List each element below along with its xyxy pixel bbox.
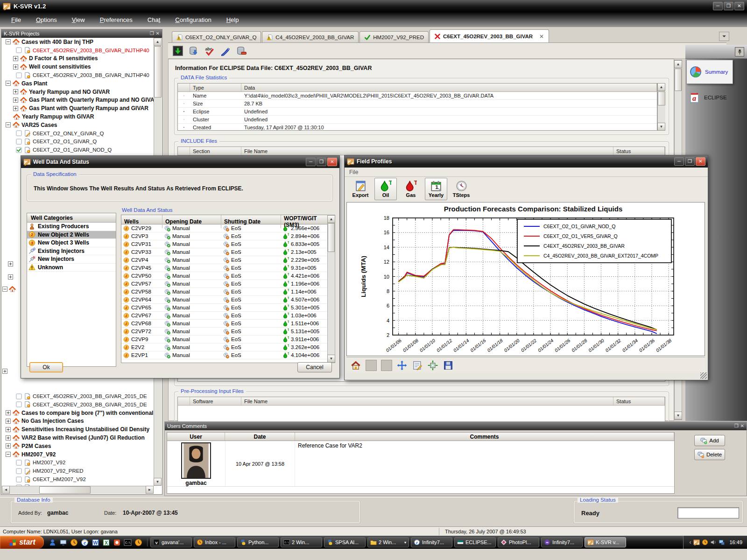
tray-ksvr-icon[interactable]	[693, 539, 700, 546]
tab-C6EXT_45O2REV_2003_BB_GIVAR[interactable]: C6EXT_45O2REV_2003_BB_GIVAR	[430, 29, 549, 42]
well-row[interactable]: 2C2VP9ManualEoST3.911e+006	[121, 336, 334, 343]
stats-scrollbar[interactable]: ▲ ▼	[657, 83, 665, 131]
profiles-file-menu[interactable]: File	[349, 169, 358, 175]
expander-plus-icon[interactable]	[13, 64, 18, 70]
taskbar-button-gavana'...[interactable]: Vgavana'...	[150, 537, 192, 547]
menu-help[interactable]: Help	[220, 15, 246, 25]
dock-eclipse-button[interactable]: a ECLIPSE	[688, 91, 727, 104]
well-row[interactable]: 2C2VP64ManualEoST4.507e+006	[121, 296, 334, 304]
taskbar-button-Infinity7...[interactable]: ∞Infinity7...	[541, 537, 583, 547]
expander-minus-icon[interactable]	[6, 81, 11, 86]
tree-item[interactable]: No Gas Injection Cases	[2, 417, 154, 426]
tab-HM2007_V92_PRED[interactable]: HM2007_V92_PRED	[359, 31, 429, 42]
stats-row[interactable]: CreatedTuesday, 17 April 2007 @ 11:30:10	[178, 124, 657, 131]
tree-item[interactable]: Sensitivities Increasing Unstabilised Oi…	[2, 425, 154, 434]
checkbox-unchecked[interactable]	[16, 468, 22, 474]
edit-button[interactable]	[219, 45, 232, 57]
expander-plus-icon[interactable]	[6, 427, 11, 432]
blank-button[interactable]	[366, 360, 377, 371]
tree-item[interactable]: Gas Plant with Quarterly Rampup and NO G…	[2, 96, 154, 105]
chart-save-small-button[interactable]	[443, 360, 454, 371]
profiles-gas-button[interactable]: TGas	[400, 178, 422, 200]
close-tab-icon[interactable]	[539, 34, 544, 39]
profiles-tsteps-button[interactable]: TSteps	[450, 178, 472, 200]
close-panel-icon[interactable]: ✕	[156, 31, 160, 36]
tree-horizontal-scrollbar[interactable]: ◄ ►	[2, 486, 154, 494]
tree-item[interactable]: C6EXT_O2_O1_GIVAR_NOD_Q	[2, 146, 154, 154]
expander-minus-icon[interactable]	[6, 122, 11, 127]
profiles-oil-button[interactable]: TOil	[374, 178, 397, 200]
taskbar-button-PhotoPl...[interactable]: PhotoPl...	[498, 537, 539, 547]
tree-item[interactable]: C6EXT_O2_ONLY_GIVAR_Q	[2, 129, 154, 138]
category-New Object 3 Wells[interactable]: 3New Object 3 Wells	[27, 239, 116, 247]
tree-item[interactable]: C6EXT_45O2REV_2003_BB_GIVAR_INJTHP40	[2, 46, 154, 55]
validate-button[interactable]: abc	[204, 45, 216, 57]
tree-item[interactable]: D Factor & PI sensitivities	[2, 55, 154, 63]
well-row[interactable]: 2C2VP68ManualEoST1.511e+006	[121, 320, 334, 328]
tree-item[interactable]: C6EXT_45O2REV_2003_BB_GIVAR_INJTHP40	[2, 71, 154, 79]
tree-item[interactable]: C6EXT_45O2REV_2003_BB_GIVAR_2015_DE	[2, 400, 154, 409]
well-row[interactable]: 2C2VP67ManualEoST1.03e+006	[121, 312, 334, 320]
well-row[interactable]: 2C2VP29ManualEoST2.566e+006	[121, 224, 334, 232]
expander-plus-icon[interactable]	[13, 56, 18, 61]
tree-item[interactable]: Well count sensitivities	[2, 63, 154, 71]
app-minimize-button[interactable]: ─	[713, 2, 723, 10]
app-close-button[interactable]: ✕	[734, 2, 744, 10]
tree-item[interactable]: HM2007_V92	[2, 459, 154, 467]
stats-row[interactable]: Size28.7 KB	[178, 100, 657, 108]
stats-row[interactable]: ClusterUndefined	[178, 116, 657, 124]
pin-panel-button[interactable]	[735, 47, 744, 56]
category-Existing Producers[interactable]: Existing Producers	[27, 223, 116, 231]
well-row[interactable]: 2C2VP72ManualEoST5.131e+005	[121, 328, 334, 336]
expander-plus-icon[interactable]	[6, 410, 11, 415]
tree-item[interactable]: Yearly Rampup with GIVAR	[2, 112, 154, 121]
taskbar-button-2 Win...[interactable]: 2 Win...▾	[367, 537, 409, 547]
chart-home-button[interactable]	[350, 360, 361, 371]
checkbox-unchecked[interactable]	[16, 401, 22, 407]
tree-item[interactable]: HM2007_V92_PRED	[2, 467, 154, 475]
tray-timer-icon[interactable]	[702, 539, 708, 546]
expander-plus-icon[interactable]	[6, 419, 11, 424]
checkbox-unchecked[interactable]	[16, 393, 22, 399]
tray-audio-icon[interactable]	[710, 539, 717, 546]
well-table-scrollbar[interactable]: ▲ ▼	[327, 215, 335, 363]
comment-row[interactable]: gambac10 Apr 2007 @ 13:58Reference Case …	[167, 441, 674, 487]
profiles-maximize-button[interactable]: ❐	[685, 157, 695, 166]
tree-item[interactable]: C6EXT_45O2REV_2003_BB_GIVAR_2015_DE	[2, 392, 154, 400]
start-button[interactable]: start	[0, 536, 44, 549]
app-maximize-button[interactable]: ❐	[724, 2, 733, 10]
ok-button[interactable]: Ok	[29, 362, 63, 372]
well-row[interactable]: 2C2VP57ManualEoST1.196e+006	[121, 280, 334, 288]
well-row[interactable]: 2C2VP4ManualEoST2.229e+005	[121, 256, 334, 264]
quicklaunch-timer-icon[interactable]	[134, 539, 142, 546]
expander-plus-icon[interactable]	[6, 435, 11, 441]
quicklaunch-timer-icon[interactable]	[70, 539, 78, 546]
menu-view[interactable]: View	[65, 15, 92, 25]
tree-item[interactable]: Yearly Rampup and NO GIVAR	[2, 88, 154, 96]
checkbox-unchecked[interactable]	[16, 139, 22, 145]
dialog-close-button[interactable]: ✕	[327, 158, 337, 166]
quicklaunch-show-desktop-icon[interactable]	[59, 539, 67, 546]
checkbox-unchecked[interactable]	[16, 130, 22, 136]
well-row[interactable]: 2C2VP50ManualEoST4.421e+006	[121, 272, 334, 280]
chart-zoom-fit-button[interactable]	[427, 360, 438, 371]
profiles-minimize-button[interactable]: ─	[674, 157, 684, 166]
import-data-button[interactable]	[172, 45, 184, 57]
menu-chat[interactable]: Chat	[141, 15, 167, 25]
taskbar-button-SPSA Al...[interactable]: SPSA Al...	[324, 537, 366, 547]
expander-plus-icon[interactable]	[8, 261, 13, 266]
tree-item[interactable]: VAR2 Base with Revised (Jun07) GI Reduct…	[2, 434, 154, 442]
float-panel-icon[interactable]: ❐	[150, 31, 154, 36]
quicklaunch-excel-icon[interactable]: X	[102, 539, 110, 546]
expander-plus-icon[interactable]	[13, 89, 18, 94]
tray-chevron-icon[interactable]: ‹	[689, 539, 691, 546]
category-New Injectors[interactable]: NNew Injectors	[27, 255, 116, 264]
menu-configuration[interactable]: Configuration	[169, 15, 218, 25]
resize-grip[interactable]	[700, 372, 707, 379]
chart-edit-note-button[interactable]	[412, 360, 423, 371]
well-row[interactable]: 2E2V2ManualEoST3.262e+006	[121, 343, 334, 351]
dock-summary-button[interactable]: Summary	[686, 60, 733, 84]
cancel-button[interactable]: Cancel	[297, 362, 332, 372]
dialog-minimize-button[interactable]: ─	[306, 158, 316, 166]
stats-row[interactable]: EEclipseUndefined	[178, 108, 657, 116]
